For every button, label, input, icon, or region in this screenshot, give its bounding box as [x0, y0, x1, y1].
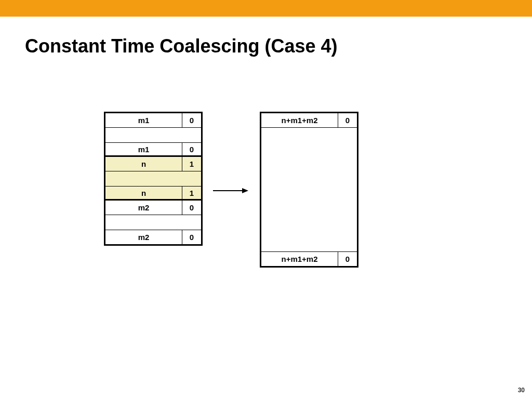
after-coalescing-diagram: n+m1+m2 0 n+m1+m2 0: [260, 112, 358, 268]
m2-footer-row: m2 0: [105, 230, 201, 244]
slide-title: Constant Time Coalescing (Case 4): [25, 35, 338, 57]
m2-footer-size: m2: [105, 230, 182, 244]
coalesced-header-row: n+m1+m2 0: [261, 113, 357, 128]
coalesced-header-size: n+m1+m2: [261, 113, 338, 127]
n-header-size: n: [105, 157, 182, 171]
coalesced-payload: [261, 128, 357, 251]
transition-arrow-icon: [212, 187, 248, 194]
m1-header-size: m1: [105, 113, 182, 127]
m2-header-row: m2 0: [105, 201, 201, 215]
m1-header-row: m1 0: [105, 113, 201, 128]
coalesced-header-flag: 0: [338, 113, 357, 127]
m1-payload: [105, 128, 201, 142]
svg-marker-1: [242, 188, 248, 193]
coalesced-footer-row: n+m1+m2 0: [261, 251, 357, 266]
n-header-row: n 1: [105, 157, 201, 171]
before-coalescing-diagram: m1 0 m1 0 n 1 n 1 m2 0 m2 0: [104, 112, 203, 246]
m1-footer-flag: 0: [182, 143, 201, 155]
n-payload: [105, 171, 201, 186]
m2-header-flag: 0: [182, 201, 201, 215]
m1-header-flag: 0: [182, 113, 201, 127]
m1-footer-row: m1 0: [105, 142, 201, 157]
n-footer-flag: 1: [182, 187, 201, 199]
m1-footer-size: m1: [105, 143, 182, 155]
n-footer-size: n: [105, 187, 182, 199]
m2-header-size: m2: [105, 201, 182, 215]
n-footer-row: n 1: [105, 186, 201, 201]
m2-footer-flag: 0: [182, 230, 201, 244]
n-header-flag: 1: [182, 157, 201, 171]
slide-number: 30: [518, 387, 525, 394]
coalesced-footer-size: n+m1+m2: [261, 252, 338, 266]
accent-top-bar: [0, 0, 532, 17]
m2-payload: [105, 215, 201, 230]
coalesced-footer-flag: 0: [338, 252, 357, 266]
